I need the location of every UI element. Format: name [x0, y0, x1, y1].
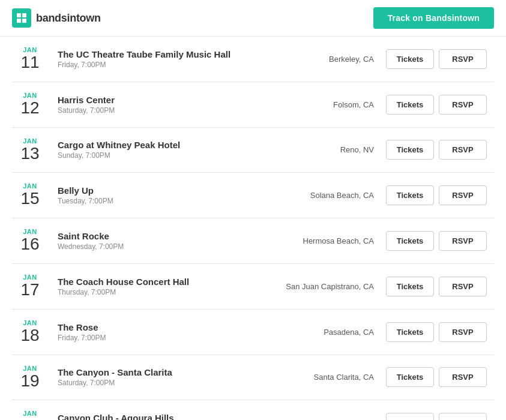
event-location: Hermosa Beach, CA — [266, 236, 386, 245]
event-location: San Juan Capistrano, CA — [266, 282, 386, 291]
event-info: Harris Center Saturday, 7:00PM — [48, 95, 266, 115]
event-datetime: Saturday, 7:00PM — [58, 379, 256, 387]
rsvp-button[interactable]: RSVP — [439, 185, 487, 205]
event-row: JAN 15 Belly Up Tuesday, 7:00PM Solana B… — [12, 173, 494, 218]
event-datetime: Sunday, 7:00PM — [58, 151, 256, 160]
event-info: The UC Theatre Taube Family Music Hall F… — [48, 49, 266, 69]
event-day: 16 — [12, 235, 48, 254]
header: bandsintown Track on Bandsintown — [0, 0, 506, 37]
event-actions: Tickets RSVP — [386, 95, 494, 115]
rsvp-button[interactable]: RSVP — [439, 231, 487, 251]
event-day: 13 — [12, 145, 48, 163]
event-datetime: Thursday, 7:00PM — [58, 288, 256, 296]
logo-icon — [12, 8, 31, 28]
event-actions: Tickets RSVP — [386, 140, 494, 160]
tickets-button[interactable]: Tickets — [386, 185, 434, 205]
event-row: JAN 11 The UC Theatre Taube Family Music… — [12, 37, 494, 82]
event-day: 12 — [12, 99, 48, 118]
event-date: JAN 13 — [12, 137, 48, 163]
event-row: JAN 17 The Coach House Concert Hall Thur… — [12, 264, 494, 310]
rsvp-button[interactable]: RSVP — [439, 140, 487, 160]
event-venue: Saint Rocke — [58, 231, 256, 241]
event-datetime: Friday, 7:00PM — [58, 334, 256, 342]
event-month: JAN — [12, 92, 48, 99]
rsvp-button[interactable]: RSVP — [439, 95, 487, 115]
event-day: 19 — [12, 372, 48, 391]
event-location: Solana Beach, CA — [266, 191, 386, 200]
logo-svg — [16, 12, 28, 24]
event-month: JAN — [12, 365, 48, 372]
event-datetime: Saturday, 7:00PM — [58, 106, 256, 115]
tickets-button[interactable]: Tickets — [386, 49, 434, 69]
logo-text: bandsintown — [36, 12, 101, 25]
event-location: Folsom, CA — [266, 100, 386, 109]
rsvp-button[interactable]: RSVP — [439, 322, 487, 342]
event-info: The Coach House Concert Hall Thursday, 7… — [48, 277, 266, 296]
event-info: The Rose Friday, 7:00PM — [48, 322, 266, 342]
tickets-button[interactable]: Tickets — [386, 322, 434, 342]
rsvp-button[interactable]: RSVP — [439, 413, 487, 420]
event-month: JAN — [12, 319, 48, 326]
event-actions: Tickets RSVP — [386, 185, 494, 205]
event-venue: Belly Up — [58, 185, 256, 196]
event-date: JAN 12 — [12, 92, 48, 118]
event-info: Cargo at Whitney Peak Hotel Sunday, 7:00… — [48, 140, 266, 160]
event-info: Belly Up Tuesday, 7:00PM — [48, 185, 266, 205]
track-button[interactable]: Track on Bandsintown — [373, 7, 494, 29]
page-wrapper: bandsintown Track on Bandsintown JAN 11 … — [0, 0, 506, 420]
svg-rect-3 — [22, 19, 26, 23]
event-date: JAN 19 — [12, 365, 48, 391]
svg-rect-2 — [17, 19, 21, 23]
event-location: Santa Clarita, CA — [266, 373, 386, 382]
event-row: JAN 20 Canyon Club - Agoura Hills Sunday… — [12, 400, 494, 420]
events-container: JAN 11 The UC Theatre Taube Family Music… — [0, 37, 506, 420]
event-venue: The Canyon - Santa Clarita — [58, 367, 256, 377]
tickets-button[interactable]: Tickets — [386, 95, 434, 115]
event-day: 11 — [12, 53, 48, 72]
tickets-button[interactable]: Tickets — [386, 367, 434, 387]
event-actions: Tickets RSVP — [386, 277, 494, 296]
event-location: Berkeley, CA — [266, 55, 386, 64]
event-venue: Harris Center — [58, 95, 256, 105]
event-location: Pasadena, CA — [266, 328, 386, 337]
event-date: JAN 15 — [12, 182, 48, 208]
rsvp-button[interactable]: RSVP — [439, 277, 487, 296]
event-actions: Tickets RSVP — [386, 413, 494, 420]
event-row: JAN 16 Saint Rocke Wednesday, 7:00PM Her… — [12, 218, 494, 264]
event-row: JAN 12 Harris Center Saturday, 7:00PM Fo… — [12, 82, 494, 128]
event-actions: Tickets RSVP — [386, 231, 494, 251]
event-row: JAN 19 The Canyon - Santa Clarita Saturd… — [12, 355, 494, 401]
event-day: 15 — [12, 190, 48, 208]
event-actions: Tickets RSVP — [386, 367, 494, 387]
event-date: JAN 17 — [12, 274, 48, 299]
event-day: 18 — [12, 326, 48, 345]
event-datetime: Tuesday, 7:00PM — [58, 197, 256, 205]
event-date: JAN 11 — [12, 46, 48, 72]
event-info: Canyon Club - Agoura Hills Sunday, 7:00P… — [48, 413, 266, 420]
rsvp-button[interactable]: RSVP — [439, 49, 487, 69]
event-datetime: Wednesday, 7:00PM — [58, 242, 256, 251]
event-location: Reno, NV — [266, 145, 386, 154]
rsvp-button[interactable]: RSVP — [439, 367, 487, 387]
event-actions: Tickets RSVP — [386, 322, 494, 342]
event-date: JAN 16 — [12, 228, 48, 254]
tickets-button[interactable]: Tickets — [386, 140, 434, 160]
event-day: 20 — [12, 417, 48, 420]
event-info: Saint Rocke Wednesday, 7:00PM — [48, 231, 266, 251]
event-venue: The Coach House Concert Hall — [58, 277, 256, 287]
event-date: JAN 18 — [12, 319, 48, 345]
event-month: JAN — [12, 137, 48, 145]
event-datetime: Friday, 7:00PM — [58, 61, 256, 69]
tickets-button[interactable]: Tickets — [386, 277, 434, 296]
tickets-button[interactable]: Tickets — [386, 231, 434, 251]
event-day: 17 — [12, 281, 48, 299]
svg-rect-1 — [22, 13, 26, 17]
event-info: The Canyon - Santa Clarita Saturday, 7:0… — [48, 367, 266, 387]
event-date: JAN 20 — [12, 410, 48, 420]
event-venue: The Rose — [58, 322, 256, 332]
tickets-button[interactable]: Tickets — [386, 413, 434, 420]
svg-rect-0 — [17, 13, 21, 17]
event-row: JAN 13 Cargo at Whitney Peak Hotel Sunda… — [12, 128, 494, 173]
event-venue: Canyon Club - Agoura Hills — [58, 413, 256, 420]
event-venue: The UC Theatre Taube Family Music Hall — [58, 49, 256, 59]
